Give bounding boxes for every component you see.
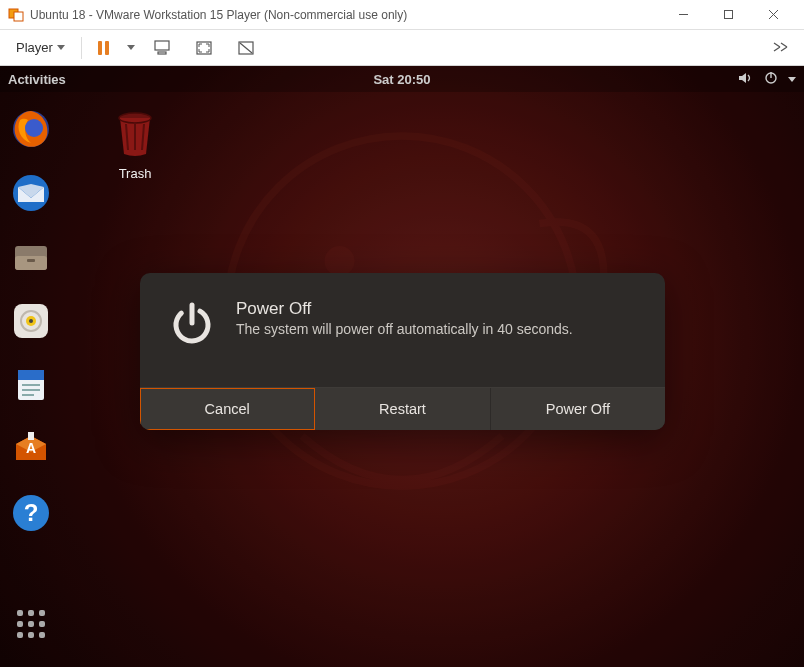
send-ctrl-alt-del-button[interactable] <box>145 35 179 61</box>
dock: A ? <box>0 92 62 667</box>
dock-item-thunderbird[interactable] <box>8 170 54 216</box>
toolbar-separator <box>81 37 82 59</box>
desktop-trash-label: Trash <box>100 166 170 181</box>
svg-rect-19 <box>15 256 47 270</box>
maximize-button[interactable] <box>706 1 751 29</box>
svg-rect-30 <box>28 432 34 440</box>
chevron-down-icon <box>57 45 65 50</box>
monitor-icon <box>153 39 171 57</box>
trash-icon <box>110 106 160 162</box>
chevron-down-icon <box>127 45 135 50</box>
dock-item-software[interactable]: A <box>8 426 54 472</box>
clock[interactable]: Sat 20:50 <box>108 72 696 87</box>
host-window-controls <box>661 1 796 29</box>
power-dropdown-button[interactable] <box>125 35 137 61</box>
dock-item-files[interactable] <box>8 234 54 280</box>
pause-vm-button[interactable] <box>90 35 117 61</box>
svg-rect-27 <box>22 384 40 386</box>
svg-point-16 <box>25 119 43 137</box>
dialog-button-row: Cancel Restart Power Off <box>140 387 665 430</box>
svg-rect-29 <box>22 394 34 396</box>
cancel-button[interactable]: Cancel <box>140 388 315 430</box>
player-menu-label: Player <box>16 40 53 55</box>
dock-show-applications[interactable] <box>8 601 54 647</box>
svg-point-24 <box>29 319 33 323</box>
collapse-toolbar-button[interactable] <box>764 35 796 61</box>
power-icon <box>168 299 216 347</box>
dock-item-rhythmbox[interactable] <box>8 298 54 344</box>
chevron-down-icon <box>788 77 796 82</box>
player-menu-button[interactable]: Player <box>8 35 73 61</box>
dock-item-firefox[interactable] <box>8 106 54 152</box>
poweroff-dialog: Power Off The system will power off auto… <box>140 273 665 430</box>
close-button[interactable] <box>751 1 796 29</box>
svg-text:?: ? <box>24 499 39 526</box>
host-window-titlebar: Ubuntu 18 - VMware Workstation 15 Player… <box>0 0 804 30</box>
svg-rect-20 <box>27 259 35 262</box>
dock-item-writer[interactable] <box>8 362 54 408</box>
pause-icon <box>98 41 109 55</box>
restart-button[interactable]: Restart <box>315 388 490 430</box>
gnome-topbar: Activities Sat 20:50 <box>0 66 804 92</box>
fullscreen-icon <box>195 39 213 57</box>
svg-rect-1 <box>14 12 23 21</box>
dialog-message: The system will power off automatically … <box>236 321 573 337</box>
desktop-trash-icon[interactable]: Trash <box>100 106 170 181</box>
svg-rect-7 <box>158 52 166 54</box>
svg-rect-3 <box>725 11 733 19</box>
minimize-button[interactable] <box>661 1 706 29</box>
collapse-icon <box>772 40 788 55</box>
svg-rect-6 <box>155 41 169 50</box>
svg-text:A: A <box>26 440 36 456</box>
vmware-toolbar: Player <box>0 30 804 66</box>
host-window-title: Ubuntu 18 - VMware Workstation 15 Player… <box>30 8 661 22</box>
svg-rect-26 <box>18 370 44 380</box>
poweroff-button[interactable]: Power Off <box>491 388 665 430</box>
svg-line-10 <box>240 43 252 53</box>
activities-button[interactable]: Activities <box>8 72 108 87</box>
guest-desktop: Activities Sat 20:50 A <box>0 66 804 667</box>
fullscreen-button[interactable] <box>187 35 221 61</box>
unity-mode-button[interactable] <box>229 35 263 61</box>
status-area[interactable] <box>696 71 796 88</box>
vmware-app-icon <box>8 7 24 23</box>
sound-icon <box>738 71 754 88</box>
power-icon <box>764 71 778 88</box>
svg-rect-28 <box>22 389 40 391</box>
dock-item-help[interactable]: ? <box>8 490 54 536</box>
unity-icon <box>237 39 255 57</box>
dialog-title: Power Off <box>236 299 573 319</box>
grid-icon <box>17 610 45 638</box>
